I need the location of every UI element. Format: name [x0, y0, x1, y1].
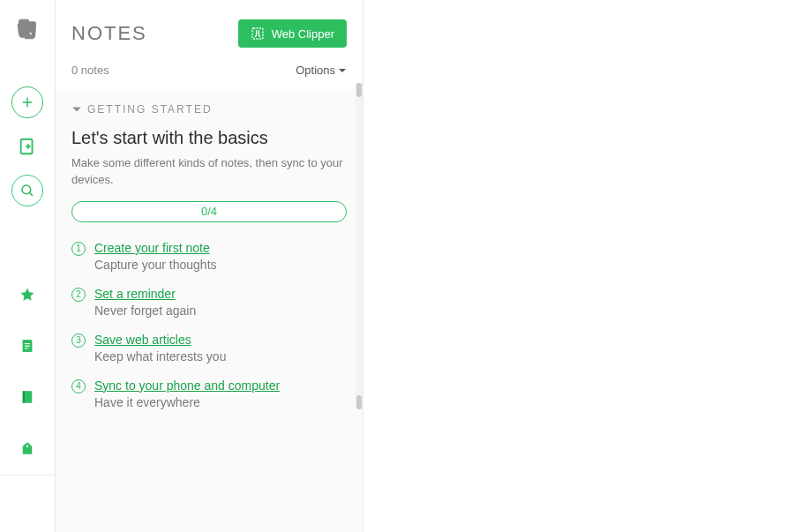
- rail-divider: [0, 475, 55, 476]
- chevron-down-icon: [71, 104, 82, 115]
- step-item: 1 Create your first note Capture your th…: [71, 240, 347, 272]
- basics-subtitle: Make some different kinds of notes, then…: [71, 155, 347, 189]
- scroll-area[interactable]: GETTING STARTED Let's start with the bas…: [56, 89, 363, 532]
- progress-text: 0/4: [201, 205, 217, 218]
- page-title: NOTES: [71, 22, 147, 45]
- step-number: 4: [71, 379, 86, 393]
- step-item: 4 Sync to your phone and computer Have i…: [71, 378, 347, 409]
- add-note-button[interactable]: [11, 86, 43, 118]
- progress-indicator: 0/4: [71, 201, 347, 222]
- options-label: Options: [296, 64, 335, 77]
- step-link-save-web[interactable]: Save web articles: [94, 333, 191, 347]
- step-link-sync[interactable]: Sync to your phone and computer: [94, 378, 280, 393]
- step-desc: Keep what interests you: [94, 349, 226, 363]
- list-header: NOTES Web Clipper 0 notes Options: [56, 0, 363, 89]
- clipper-icon: [251, 26, 265, 41]
- step-number: 3: [71, 333, 86, 348]
- basics-title: Let's start with the basics: [71, 128, 347, 148]
- svg-rect-14: [252, 28, 263, 39]
- step-item: 2 Set a reminder Never forget again: [71, 286, 347, 318]
- scrollbar-down-button[interactable]: [356, 395, 362, 409]
- sidebar-rail: [0, 0, 55, 532]
- notes-list-panel: NOTES Web Clipper 0 notes Options: [55, 0, 363, 532]
- svg-line-6: [30, 193, 33, 196]
- step-number: 2: [71, 288, 86, 302]
- note-count: 0 notes: [71, 64, 109, 77]
- scrollbar-up-button[interactable]: [356, 83, 362, 97]
- chevron-down-icon: [338, 66, 347, 75]
- getting-started-section: Let's start with the basics Make some di…: [71, 128, 347, 409]
- getting-started-header[interactable]: GETTING STARTED: [71, 103, 347, 116]
- step-desc: Capture your thoughts: [94, 258, 217, 272]
- evernote-logo-icon: [14, 16, 41, 46]
- svg-rect-8: [25, 343, 30, 344]
- shortcuts-icon[interactable]: [17, 284, 38, 305]
- scrollbar-track[interactable]: [356, 83, 363, 409]
- web-clipper-button[interactable]: Web Clipper: [238, 19, 347, 48]
- svg-point-5: [22, 185, 31, 194]
- notebooks-icon[interactable]: [17, 386, 38, 408]
- options-button[interactable]: Options: [296, 64, 347, 77]
- notes-icon[interactable]: [17, 335, 38, 356]
- svg-point-13: [26, 445, 29, 447]
- search-button[interactable]: [11, 175, 43, 206]
- new-notebook-button[interactable]: [11, 131, 43, 162]
- svg-rect-9: [25, 346, 30, 347]
- step-desc: Never forget again: [94, 303, 196, 318]
- section-label: GETTING STARTED: [87, 103, 213, 116]
- step-link-set-reminder[interactable]: Set a reminder: [94, 287, 176, 301]
- web-clipper-label: Web Clipper: [272, 27, 334, 41]
- tags-icon[interactable]: [17, 438, 38, 459]
- step-link-create-note[interactable]: Create your first note: [94, 241, 210, 255]
- step-item: 3 Save web articles Keep what interests …: [71, 332, 347, 363]
- content-area: [363, 0, 794, 532]
- step-desc: Have it everywhere: [94, 395, 280, 409]
- svg-rect-12: [23, 391, 25, 403]
- svg-rect-10: [25, 348, 28, 348]
- step-number: 1: [71, 242, 86, 256]
